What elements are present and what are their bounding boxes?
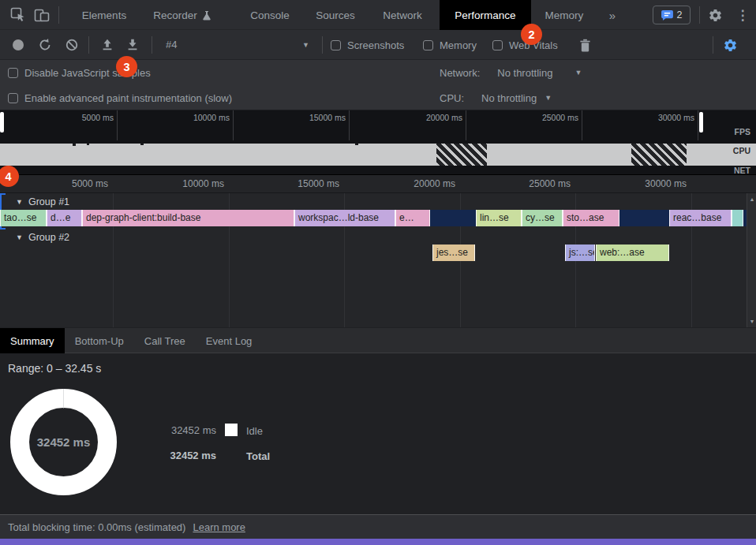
timeline-overview[interactable]: 5000 ms 10000 ms 15000 ms 20000 ms 25000… bbox=[0, 110, 756, 175]
tab-console[interactable]: Console bbox=[232, 0, 308, 30]
trash-icon bbox=[579, 39, 591, 52]
memory-checkbox[interactable]: Memory bbox=[423, 30, 477, 60]
tab-memory[interactable]: Memory bbox=[531, 0, 597, 30]
group-label: Group #2 bbox=[28, 232, 69, 243]
total-label: Total bbox=[246, 450, 270, 462]
task-bar[interactable]: jes…se bbox=[432, 245, 475, 261]
divider bbox=[88, 36, 89, 54]
group-1-header[interactable]: Group #1 bbox=[16, 195, 69, 209]
task-bar[interactable]: web:…ase bbox=[596, 245, 669, 261]
tab-performance[interactable]: Performance bbox=[440, 0, 531, 30]
step-badge-2: 2 bbox=[521, 24, 542, 45]
more-tabs-button[interactable]: » bbox=[600, 0, 625, 30]
tab-label: Memory bbox=[545, 9, 584, 21]
task-bar[interactable]: sto…ase bbox=[563, 210, 619, 226]
ruler-tick-label: 15000 ms bbox=[276, 178, 339, 189]
clear-button[interactable] bbox=[62, 30, 82, 60]
tab-call-tree[interactable]: Call Tree bbox=[134, 328, 196, 353]
tab-label: Summary bbox=[10, 335, 54, 347]
kebab-menu-icon[interactable]: ⋮ bbox=[732, 0, 753, 30]
history-select[interactable]: #4 bbox=[166, 30, 177, 60]
advanced-paint-checkbox[interactable]: Enable advanced paint instrumentation (s… bbox=[8, 85, 232, 110]
disclosure-triangle-icon[interactable] bbox=[16, 198, 23, 206]
task-bar[interactable]: lin…se bbox=[476, 210, 522, 226]
vertical-scrollbar[interactable]: ▲ ▼ bbox=[747, 193, 756, 327]
cpu-value: No throttling bbox=[481, 92, 537, 104]
network-throttling-select[interactable]: Network: No throttling ▼ bbox=[440, 60, 582, 85]
idle-value: 32452 ms bbox=[161, 424, 216, 436]
panel-settings-gear-icon[interactable] bbox=[720, 30, 740, 60]
tab-network[interactable]: Network bbox=[365, 0, 440, 30]
checkbox-box[interactable] bbox=[331, 40, 341, 50]
devtools-window: Elements Recorder Console Sources Networ… bbox=[0, 0, 756, 545]
tab-sources[interactable]: Sources bbox=[298, 0, 373, 30]
tab-event-log[interactable]: Event Log bbox=[196, 328, 263, 353]
learn-more-link[interactable]: Learn more bbox=[193, 521, 245, 533]
dropdown-caret-icon: ▼ bbox=[545, 94, 552, 102]
task-bar[interactable]: js:…se bbox=[565, 245, 595, 261]
tab-recorder[interactable]: Recorder bbox=[142, 0, 223, 30]
tab-label: Network bbox=[383, 9, 422, 21]
cpu-idle-hatch bbox=[436, 144, 487, 166]
screenshots-checkbox[interactable]: Screenshots bbox=[331, 30, 404, 60]
gridline bbox=[233, 110, 234, 140]
scroll-down-icon[interactable]: ▼ bbox=[747, 319, 756, 324]
ruler-tick-label: 20000 ms bbox=[392, 178, 455, 189]
gridline bbox=[117, 110, 118, 140]
cpu-activity-notch bbox=[73, 144, 76, 146]
history-caret-icon[interactable]: ▼ bbox=[302, 30, 309, 60]
settings-gear-icon[interactable] bbox=[705, 0, 725, 30]
checkbox-box[interactable] bbox=[423, 40, 433, 50]
task-bar[interactable] bbox=[732, 210, 743, 226]
tab-bottom-up[interactable]: Bottom-Up bbox=[65, 328, 134, 353]
inspect-element-icon[interactable] bbox=[8, 0, 28, 30]
cpu-throttling-select[interactable]: CPU: No throttling ▼ bbox=[440, 85, 552, 110]
donut-total-label: 32452 ms bbox=[9, 388, 118, 496]
task-bar[interactable]: cy…se bbox=[522, 210, 563, 226]
checkbox-label: Enable advanced paint instrumentation (s… bbox=[24, 92, 232, 104]
gridline bbox=[698, 110, 698, 140]
tab-label: Recorder bbox=[153, 9, 197, 21]
dropdown-caret-icon: ▼ bbox=[574, 69, 582, 77]
load-profile-button[interactable] bbox=[97, 30, 118, 60]
upload-icon bbox=[100, 38, 114, 52]
summary-pane: Range: 0 – 32.45 s 32452 ms 32452 ms Idl… bbox=[0, 353, 756, 514]
issues-count: 2 bbox=[677, 9, 683, 21]
task-bar[interactable]: workspac…ld-base bbox=[294, 210, 395, 226]
idle-label: Idle bbox=[246, 425, 263, 437]
flame-chart[interactable]: 5000 ms 10000 ms 15000 ms 20000 ms 25000… bbox=[0, 175, 756, 327]
task-bar[interactable]: e… bbox=[395, 210, 430, 226]
reload-record-button[interactable] bbox=[35, 30, 55, 60]
disclosure-triangle-icon[interactable] bbox=[16, 233, 23, 241]
overview-left-handle[interactable] bbox=[0, 112, 4, 133]
task-bar[interactable]: dep-graph-client:build-base bbox=[82, 210, 294, 226]
checkbox-box[interactable] bbox=[8, 68, 18, 78]
ruler-tick-label: 10000 ms bbox=[161, 178, 224, 189]
experiment-flask-icon bbox=[202, 10, 211, 21]
blocking-time-footer: Total blocking time: 0.00ms (estimated) … bbox=[0, 514, 756, 539]
checkbox-box[interactable] bbox=[8, 93, 18, 103]
issues-button[interactable]: 2 bbox=[653, 6, 691, 24]
performance-toolbar: #4 ▼ Screenshots Memory Web Vitals bbox=[0, 30, 756, 60]
total-value: 32452 ms bbox=[161, 450, 216, 461]
task-bar[interactable]: d…e bbox=[47, 210, 82, 226]
divider bbox=[152, 36, 152, 54]
tab-label: Sources bbox=[316, 9, 355, 21]
delete-recording-button[interactable] bbox=[574, 30, 595, 60]
overview-right-handle[interactable] bbox=[699, 112, 703, 133]
tab-summary[interactable]: Summary bbox=[0, 328, 65, 353]
device-toolbar-icon[interactable] bbox=[32, 0, 52, 30]
cpu-activity-band[interactable]: CPU bbox=[0, 144, 756, 166]
checkbox-box[interactable] bbox=[492, 40, 503, 50]
ruler-tick-label: 10000 ms bbox=[173, 113, 230, 122]
cpu-label: CPU: bbox=[440, 92, 464, 104]
scroll-up-icon[interactable]: ▲ bbox=[747, 196, 756, 202]
group-2-header[interactable]: Group #2 bbox=[16, 230, 69, 245]
ruler-tick-label: 20000 ms bbox=[406, 113, 462, 122]
ruler-tick-label: 25000 ms bbox=[522, 113, 578, 122]
tab-elements[interactable]: Elements bbox=[66, 0, 142, 30]
task-bar[interactable]: reac…base bbox=[669, 210, 732, 226]
record-button[interactable] bbox=[8, 30, 28, 60]
cpu-idle-hatch bbox=[631, 144, 687, 166]
task-bar[interactable]: tao…se bbox=[0, 210, 47, 226]
